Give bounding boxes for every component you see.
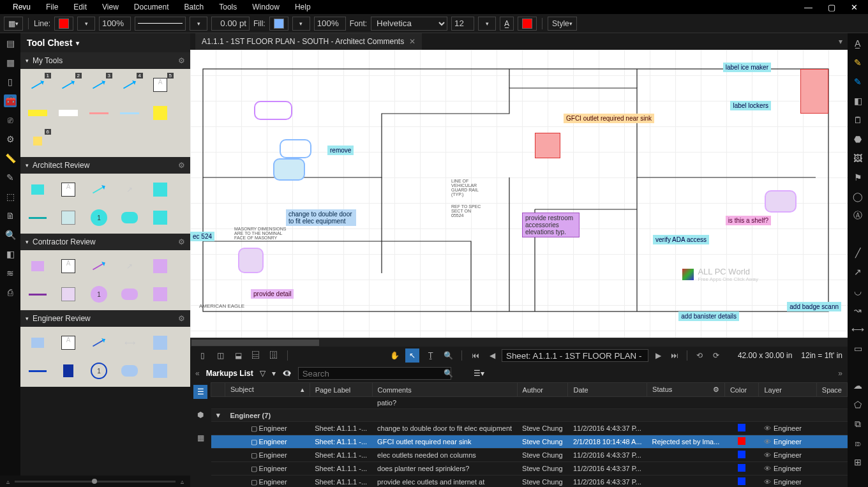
eraser-tool-icon[interactable]: ◧ (851, 94, 864, 107)
annot-red-rect[interactable] (800, 69, 828, 114)
pen-tool-icon[interactable]: ✎ (851, 75, 864, 88)
dimension-tool-icon[interactable]: ⟷ (851, 323, 864, 336)
table-group-engineer[interactable]: ▾Engineer (7) (211, 409, 848, 422)
hide-markups-icon[interactable]: 👁‍🗨 (282, 369, 292, 378)
menu-file[interactable]: File (38, 1, 66, 13)
last-page-icon[interactable]: ⏭ (668, 348, 682, 363)
group-tool-icon[interactable]: ⊞ (851, 456, 864, 468)
font-size-input[interactable] (451, 17, 474, 31)
toolchest-title[interactable]: Tool Chest ▾ (20, 33, 190, 52)
tool-con-stamp[interactable]: 1 (87, 283, 111, 305)
tool-eng-line[interactable] (26, 360, 50, 382)
annot-cloud-shelf[interactable] (765, 190, 797, 213)
markups-title[interactable]: Markups List (206, 369, 253, 378)
callout-tool-icon[interactable]: ⎄ (851, 437, 864, 449)
fill-color-dropdown[interactable] (292, 17, 310, 31)
tool-hl-white[interactable] (56, 102, 80, 124)
stamp-tool-icon[interactable]: ⬣ (851, 133, 864, 146)
markups-table[interactable]: Subject▴ Page Label Comments Author Date… (211, 382, 848, 487)
tool-eng-flag[interactable] (56, 360, 80, 382)
zoom-in-icon[interactable]: ▵ (181, 478, 184, 485)
col-space[interactable]: Space (816, 383, 847, 397)
markups-search-input[interactable] (298, 367, 451, 380)
col-author[interactable]: Author (517, 383, 568, 397)
table-row[interactable]: ▢ Engineer Sheet: A1.1.1 -... does plant… (211, 462, 848, 476)
tool-note-6[interactable]: 6 (26, 130, 50, 152)
tool-eng-textbox[interactable]: A (56, 332, 80, 354)
arc-tool-icon[interactable]: ◡ (851, 285, 864, 297)
section-my-tools[interactable]: ▾My Tools⚙ (20, 52, 190, 69)
menu-edit[interactable]: Edit (66, 1, 94, 13)
thumbnails-icon[interactable]: ▦ (4, 56, 17, 69)
window-maximize-icon[interactable]: ▢ (828, 3, 835, 12)
single-page-icon[interactable]: ▯ (195, 348, 209, 363)
tool-arch-cloud[interactable] (117, 207, 142, 229)
tool-arch-sticky[interactable] (148, 207, 172, 229)
text-align-button[interactable]: A̲ (500, 17, 514, 31)
measure-icon[interactable]: 📏 (4, 152, 17, 165)
first-page-icon[interactable]: ⏮ (468, 348, 483, 363)
rectangle-tool-icon[interactable]: ▭ (851, 342, 864, 355)
layers-icon[interactable]: ≋ (4, 267, 17, 280)
profile-dropdown[interactable]: ▦ (4, 17, 23, 31)
tool-arch-textbox[interactable]: A (56, 179, 80, 200)
links-icon[interactable]: 🗎 (4, 209, 17, 222)
filter-dropdown-icon[interactable]: ▾ (272, 369, 276, 378)
window-minimize-icon[interactable]: — (804, 3, 812, 12)
annot-ec[interactable]: ec 524 (190, 232, 214, 241)
annot-cloud-2[interactable] (254, 101, 292, 120)
tool-arch-callout[interactable] (26, 179, 50, 200)
menu-window[interactable]: Window (244, 1, 287, 13)
tool-eng-cloud[interactable] (117, 360, 142, 382)
arrow-tool-icon[interactable]: ↗ (851, 266, 864, 278)
zoom-tool-icon[interactable]: 🔍 (441, 348, 455, 363)
note-tool-icon[interactable]: 🗒 (851, 114, 864, 126)
annot-cloud-detail[interactable] (238, 248, 264, 273)
annot-remove[interactable]: remove (327, 146, 354, 155)
canvas-scrollbar-h[interactable] (190, 338, 848, 347)
annot-gfci[interactable]: GFCI outlet required near sink (564, 114, 654, 123)
gear-icon[interactable]: ⚙ (178, 314, 185, 323)
multi-page-icon[interactable]: ⿳ (249, 348, 263, 363)
tool-eng-stamp[interactable]: 1 (87, 360, 111, 382)
tool-con-sticky[interactable] (148, 283, 172, 305)
polyline-tool-icon[interactable]: ↝ (851, 304, 864, 317)
menu-tools[interactable]: Tools (211, 1, 244, 13)
section-architect-review[interactable]: ▾Architect Review⚙ (20, 157, 190, 174)
menu-help[interactable]: Help (287, 1, 318, 13)
line-style-dropdown[interactable] (190, 17, 207, 31)
annot-banister[interactable]: add banister details (678, 311, 739, 321)
menu-batch[interactable]: Batch (177, 1, 212, 13)
forms-icon[interactable]: ⬚ (4, 190, 17, 203)
highlight-tool-icon[interactable]: ✎ (851, 56, 864, 69)
flag-tool-icon[interactable]: ⚑ (851, 171, 864, 184)
polygon-tool-icon[interactable]: ⬠ (851, 398, 864, 411)
col-status[interactable]: Status⚙ (647, 383, 725, 397)
annot-detail[interactable]: provide detail (251, 289, 294, 299)
split-h-icon[interactable]: ⬓ (231, 348, 245, 363)
annot-label-lockers[interactable]: label lockers (730, 101, 771, 110)
tool-con-cloud[interactable] (117, 283, 142, 305)
select-tool-icon[interactable]: ↖ (405, 348, 419, 363)
tool-arch-highlight[interactable] (87, 179, 111, 200)
table-row[interactable]: ▢ Engineer Sheet: A1.1.1 -... elec outle… (211, 449, 848, 462)
tool-pen-2[interactable]: 2 (56, 74, 80, 96)
pan-tool-icon[interactable]: ✋ (387, 348, 401, 363)
gear-icon[interactable]: ⚙ (178, 237, 185, 246)
table-row[interactable]: ▢ Engineer Sheet: A1.1.1 -... provide el… (211, 476, 848, 488)
zoom-out-icon[interactable]: ▵ (6, 478, 10, 485)
signatures-icon[interactable]: ✎ (4, 171, 17, 184)
col-comments[interactable]: Comments (372, 383, 517, 397)
markups-collapse-icon[interactable]: « (195, 369, 200, 378)
annot-change-door[interactable]: change to double door to fit elec equipm… (286, 209, 356, 226)
menu-document[interactable]: Document (126, 1, 177, 13)
tool-eng-sticky[interactable] (148, 360, 172, 382)
next-page-icon[interactable]: ▶ (651, 348, 665, 363)
studio-icon[interactable]: ⎙ (4, 286, 17, 299)
line-color-dropdown[interactable] (77, 17, 95, 31)
tool-arch-line[interactable] (26, 207, 50, 229)
tool-arch-note[interactable] (56, 207, 80, 229)
symbol-tool-icon[interactable]: Ⓐ (851, 209, 864, 222)
gear-icon[interactable]: ⚙ (178, 161, 185, 170)
nav-fwd-icon[interactable]: ⟳ (709, 348, 723, 363)
